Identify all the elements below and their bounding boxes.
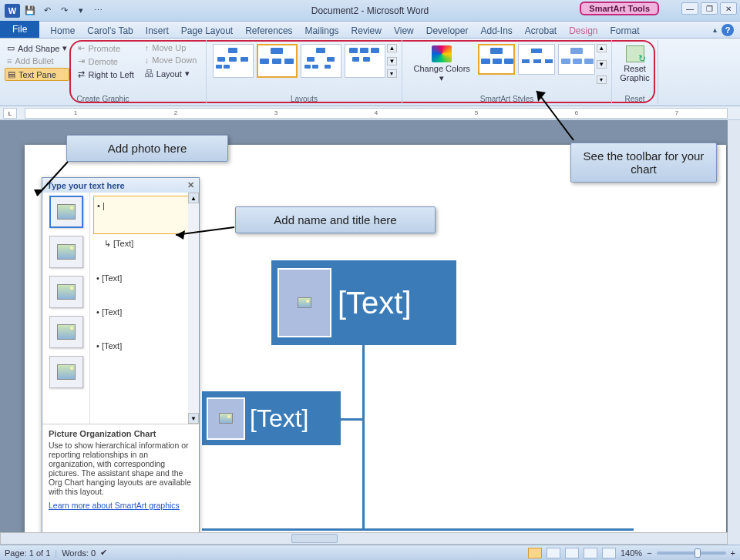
tab-review[interactable]: Review xyxy=(345,24,388,38)
text-pane-header: Type your text here ✕ xyxy=(42,178,199,193)
styles-more[interactable]: ▾ xyxy=(597,75,607,84)
tab-mailings[interactable]: Mailings xyxy=(299,24,345,38)
word-icon[interactable]: W xyxy=(5,4,20,18)
layout-option-1[interactable] xyxy=(213,44,254,78)
learn-more-link[interactable]: Learn more about SmartArt graphics xyxy=(49,501,193,510)
smartart-text-pane[interactable]: Type your text here ✕ • | ↳ [Text] • [Te… xyxy=(42,177,200,539)
zoom-out-button[interactable]: − xyxy=(647,548,651,558)
tab-page-layout[interactable]: Page Layout xyxy=(175,24,239,38)
down-icon: ↓ xyxy=(145,55,150,65)
tab-addins[interactable]: Add-Ins xyxy=(474,24,518,38)
smartart-node-root[interactable]: [Text] xyxy=(271,260,456,345)
layout-option-4[interactable] xyxy=(345,44,385,78)
style-option-2[interactable] xyxy=(518,44,555,75)
thumb-item[interactable] xyxy=(49,316,83,348)
minimize-ribbon-icon[interactable]: ▴ xyxy=(713,25,717,34)
styles-scroll-up[interactable]: ▲ xyxy=(597,44,607,52)
tab-selector[interactable]: L xyxy=(3,108,17,119)
page-indicator[interactable]: Page: 1 of 1 xyxy=(5,548,50,558)
list-item[interactable]: ↳ [Text] xyxy=(93,234,196,253)
layout-option-3[interactable] xyxy=(301,44,341,78)
image-icon xyxy=(298,297,311,308)
promote-button: ⇤Promote xyxy=(76,42,136,54)
text-pane-scrollbar[interactable]: ▲ ▼ xyxy=(188,193,199,424)
thumb-item[interactable] xyxy=(49,236,83,268)
connector-line xyxy=(362,345,365,530)
outline-view-icon[interactable] xyxy=(584,548,597,558)
move-up-button: ↑Move Up xyxy=(143,42,200,53)
change-colors-button[interactable]: Change Colors ▾ xyxy=(407,42,476,86)
node-text[interactable]: [Text] xyxy=(250,404,308,433)
tab-view[interactable]: View xyxy=(388,24,420,38)
tab-developer[interactable]: Developer xyxy=(420,24,475,38)
vertical-scrollbar[interactable] xyxy=(728,120,740,545)
rtl-button[interactable]: ⇄Right to Left xyxy=(76,69,136,80)
tab-acrobat[interactable]: Acrobat xyxy=(519,24,563,38)
help-icon[interactable]: ? xyxy=(722,24,734,36)
full-screen-view-icon[interactable] xyxy=(547,548,560,558)
zoom-in-button[interactable]: + xyxy=(731,548,735,558)
callout-add-name: Add name and title here xyxy=(235,206,436,233)
layout-option-2[interactable] xyxy=(257,44,298,78)
layout-button[interactable]: 品Layout ▾ xyxy=(143,67,200,80)
hscroll-thumb[interactable] xyxy=(291,534,338,543)
picture-placeholder[interactable] xyxy=(207,397,245,440)
titlebar: W 💾 ↶ ↷ ▾ ⋯ Document2 - Microsoft Word S… xyxy=(0,0,740,22)
redo-icon[interactable]: ↷ xyxy=(57,4,71,18)
restore-button[interactable]: ❐ xyxy=(701,2,718,15)
callout-toolbar: See the toolbar for your chart xyxy=(570,143,717,183)
text-pane-button[interactable]: ▤Text Pane xyxy=(5,68,69,81)
list-item[interactable]: • | xyxy=(93,196,196,234)
style-option-3[interactable] xyxy=(558,44,595,75)
zoom-level[interactable]: 140% xyxy=(621,548,642,558)
spell-check-icon[interactable]: ✔ xyxy=(100,548,107,558)
file-tab[interactable]: File xyxy=(0,21,39,38)
web-layout-view-icon[interactable] xyxy=(565,548,579,558)
undo-icon[interactable]: ↶ xyxy=(40,4,54,18)
close-button[interactable]: ✕ xyxy=(720,2,737,15)
callout-add-photo: Add photo here xyxy=(66,135,228,162)
demote-button: ⇥Demote xyxy=(76,55,136,67)
image-icon xyxy=(57,244,76,260)
tab-references[interactable]: References xyxy=(239,24,298,38)
tab-design[interactable]: Design xyxy=(563,24,604,38)
scroll-down-icon[interactable]: ▼ xyxy=(188,413,199,424)
draft-view-icon[interactable] xyxy=(602,548,616,558)
reset-graphic-button[interactable]: ↻ Reset Graphic xyxy=(617,42,653,86)
zoom-thumb[interactable] xyxy=(695,548,701,558)
qat-more-icon[interactable]: ▾ xyxy=(74,4,88,18)
zoom-slider[interactable] xyxy=(657,552,726,555)
list-item[interactable]: • [Text] xyxy=(93,337,196,355)
qat-extra-icon[interactable]: ⋯ xyxy=(91,4,105,18)
thumb-item[interactable] xyxy=(49,356,83,388)
styles-scroll-down[interactable]: ▼ xyxy=(597,60,607,69)
picture-placeholder[interactable] xyxy=(278,268,331,337)
layouts-scroll-down[interactable]: ▼ xyxy=(387,57,397,65)
print-layout-view-icon[interactable] xyxy=(528,548,542,558)
thumb-item[interactable] xyxy=(49,196,83,228)
ruler-mark: 7 xyxy=(675,109,678,116)
word-count[interactable]: Words: 0 xyxy=(62,548,96,558)
tab-insert[interactable]: Insert xyxy=(140,24,175,38)
layouts-more[interactable]: ▾ xyxy=(387,69,397,78)
layouts-scroll-up[interactable]: ▲ xyxy=(387,44,397,52)
scroll-up-icon[interactable]: ▲ xyxy=(188,193,199,203)
tab-carols[interactable]: Carol's Tab xyxy=(81,24,139,38)
list-item[interactable]: • [Text] xyxy=(93,303,196,321)
list-item[interactable]: • [Text] xyxy=(93,269,196,287)
horizontal-scrollbar[interactable] xyxy=(0,532,728,545)
tab-home[interactable]: Home xyxy=(44,24,81,38)
minimize-button[interactable]: — xyxy=(681,2,698,15)
ruler-mark: 1 xyxy=(74,109,77,116)
smartart-node-assistant[interactable]: [Text] xyxy=(202,391,341,445)
tab-format[interactable]: Format xyxy=(604,24,646,38)
horizontal-ruler[interactable]: 1 2 3 4 5 6 7 xyxy=(25,108,728,119)
style-option-1[interactable] xyxy=(478,44,515,75)
add-shape-button[interactable]: ▭Add Shape ▾ xyxy=(5,42,69,54)
thumb-item[interactable] xyxy=(49,276,83,308)
page[interactable]: [Text] [Text] Type your text here ✕ xyxy=(25,145,726,545)
text-pane-close-icon[interactable]: ✕ xyxy=(187,180,194,190)
save-icon[interactable]: 💾 xyxy=(23,4,37,18)
node-text[interactable]: [Text] xyxy=(338,286,412,320)
text-pane-list[interactable]: • | ↳ [Text] • [Text] • [Text] • [Text] … xyxy=(90,193,199,424)
